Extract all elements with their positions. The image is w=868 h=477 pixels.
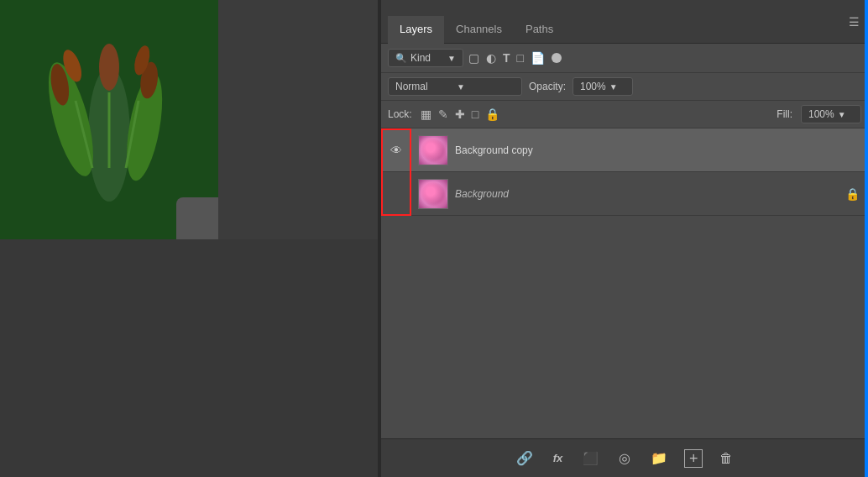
bottom-toolbar: 🔗 fx ⬛ ◎ 📁 + 🗑 — [381, 438, 868, 477]
layer-name: Background copy — [455, 144, 868, 156]
group-layers-button[interactable]: 📁 — [647, 448, 671, 468]
opacity-label: Opacity: — [529, 81, 566, 92]
layer-row[interactable]: 👁 Background copy — [381, 128, 868, 172]
blend-row: Normal ▼ Opacity: 100% ▼ — [381, 73, 868, 101]
filter-adjustment-icon[interactable]: ◐ — [486, 51, 496, 65]
adjustment-layer-button[interactable]: ◎ — [615, 448, 634, 468]
layer-mask-button[interactable]: ⬛ — [579, 449, 602, 468]
tab-paths[interactable]: Paths — [514, 16, 565, 44]
layer-thumbnail — [418, 135, 448, 165]
thumb-flower-image — [419, 180, 447, 208]
fill-caret: ▼ — [838, 110, 846, 119]
filter-pixel-icon[interactable]: ▢ — [468, 51, 479, 65]
lock-icons: ▦ ✎ ✚ □ 🔒 — [421, 107, 499, 121]
svg-point-5 — [99, 44, 119, 91]
layer-row[interactable]: Background 🔒 — [381, 172, 868, 216]
filter-smartobj-icon[interactable]: 📄 — [531, 51, 545, 65]
lock-row: Lock: ▦ ✎ ✚ □ 🔒 Fill: 100% ▼ — [381, 101, 868, 128]
canvas-svg — [0, 0, 218, 239]
tab-layers[interactable]: Layers — [388, 16, 444, 44]
fill-dropdown[interactable]: 100% ▼ — [801, 105, 861, 123]
scroll-accent — [865, 0, 868, 477]
filter-row: 🔍 Kind ▼ ▢ ◐ T □ 📄 — [381, 44, 868, 73]
fill-label: Fill: — [776, 108, 792, 120]
layers-list: 👁 Background copy Background 🔒 — [381, 128, 868, 438]
layer-lock-icon: 🔒 — [845, 187, 860, 201]
blend-mode-caret: ▼ — [457, 82, 515, 92]
kind-caret-icon: ▼ — [447, 54, 456, 63]
eye-icon: 👁 — [390, 144, 402, 157]
kind-dropdown[interactable]: 🔍 Kind ▼ — [388, 49, 463, 67]
layer-visibility-toggle[interactable]: 👁 — [381, 128, 411, 171]
lock-all-icon[interactable]: 🔒 — [485, 107, 499, 121]
filter-text-icon[interactable]: T — [503, 51, 510, 65]
link-layers-button[interactable]: 🔗 — [513, 448, 536, 468]
layer-name: Background — [455, 188, 845, 200]
svg-rect-12 — [180, 206, 218, 239]
filter-circle-icon[interactable] — [552, 53, 562, 63]
layer-styles-button[interactable]: fx — [550, 450, 567, 466]
lock-position-icon[interactable]: ✚ — [455, 107, 465, 121]
lock-label: Lock: — [388, 108, 412, 120]
canvas-image — [0, 0, 218, 239]
delete-layer-button[interactable]: 🗑 — [716, 449, 736, 468]
lock-transparent-icon[interactable]: ▦ — [421, 107, 431, 121]
kind-label: Kind — [410, 52, 431, 64]
tab-channels[interactable]: Channels — [444, 16, 514, 44]
panel-menu-icon[interactable]: ☰ — [849, 15, 860, 29]
search-icon: 🔍 — [395, 53, 407, 64]
filter-shape-icon[interactable]: □ — [517, 51, 524, 65]
opacity-caret: ▼ — [609, 82, 618, 92]
canvas-bottom — [0, 239, 378, 477]
lock-paint-icon[interactable]: ✎ — [438, 107, 448, 121]
blend-mode-dropdown[interactable]: Normal ▼ — [388, 77, 522, 96]
layers-panel: Layers Channels Paths ☰ 🔍 Kind ▼ ▢ ◐ T □… — [381, 0, 868, 477]
layer-thumbnail — [418, 179, 448, 209]
canvas-area — [0, 0, 378, 477]
opacity-dropdown[interactable]: 100% ▼ — [573, 77, 633, 96]
fill-value: 100% — [808, 108, 834, 120]
new-layer-button[interactable]: + — [684, 449, 703, 468]
blend-mode-value: Normal — [395, 81, 453, 92]
lock-artboard-icon[interactable]: □ — [472, 107, 478, 121]
thumb-flower-image — [419, 136, 447, 165]
filter-icons: ▢ ◐ T □ 📄 — [468, 51, 562, 65]
opacity-value: 100% — [580, 81, 606, 92]
layer-visibility-toggle[interactable] — [381, 172, 411, 215]
tabs-bar: Layers Channels Paths ☰ — [381, 0, 868, 44]
